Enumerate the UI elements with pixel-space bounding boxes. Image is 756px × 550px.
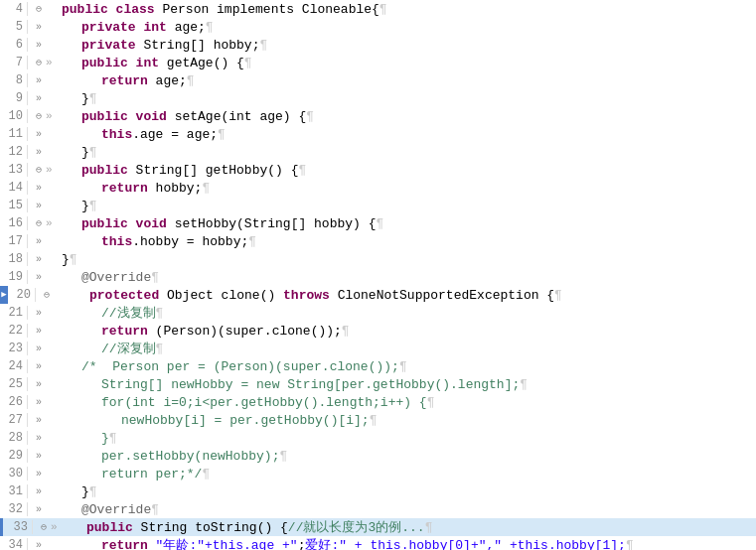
line-gutter: 26» [0,395,60,409]
token-annotation: @Override [81,502,151,517]
code-line: 32» @Override¶ [0,500,756,518]
line-number: 31 [0,484,28,498]
token-pilcrow: ¶ [156,306,164,321]
fold-indicator[interactable]: » [32,469,46,480]
fold-indicator[interactable]: » [32,326,46,337]
token-pilcrow: ¶ [342,324,350,339]
gutter-arrow: » [46,217,60,229]
token-kw: throws [283,288,338,303]
fold-indicator[interactable]: ⊖ [37,521,51,533]
token-kw: public [81,163,136,178]
fold-indicator[interactable]: ⊖ [32,110,46,122]
token-pilcrow: ¶ [218,127,226,142]
token-normal: getAge() { [167,56,244,70]
gutter-arrow [46,503,60,515]
code-content: public void setAge(int age) {¶ [60,109,756,124]
fold-indicator[interactable]: » [32,379,46,390]
line-number: 8 [0,73,28,87]
token-comment: per.setHobby(newHobby); [101,449,279,464]
code-line: 19» @Override¶ [0,268,756,286]
line-gutter: 23» [0,342,60,355]
token-kw: return [101,324,156,339]
token-kw: private [81,38,143,53]
gutter-arrow [46,21,60,33]
token-kw: private int [81,20,175,35]
token-pilcrow: ¶ [259,38,267,53]
token-kw: public void [81,109,175,124]
fold-indicator[interactable]: » [32,504,46,515]
fold-indicator[interactable]: » [32,75,46,86]
code-line: ▶20⊖ protected Object clone() throws Clo… [0,286,756,304]
fold-indicator[interactable]: » [32,540,46,551]
code-line: 13⊖»public String[] getHobby() {¶ [0,161,756,179]
gutter-arrow: » [46,164,60,176]
fold-indicator[interactable]: » [32,361,46,372]
fold-indicator[interactable]: » [32,147,46,158]
token-normal: CloneNotSupportedException { [338,288,554,303]
code-content: @Override¶ [60,502,756,517]
gutter-arrow [46,468,60,480]
token-pilcrow: ¶ [89,91,97,106]
code-editor[interactable]: 4⊖ public class Person implements Clonea… [0,0,756,550]
fold-indicator[interactable]: » [32,40,46,51]
code-content: return per;*/¶ [60,467,756,481]
token-pilcrow: ¶ [427,395,435,410]
line-gutter: 4⊖ [0,2,60,16]
fold-indicator[interactable]: ⊖ [32,3,46,15]
gutter-arrow [46,432,60,444]
line-number: 14 [0,181,28,195]
token-normal: } [81,145,89,160]
fold-indicator[interactable]: » [32,308,46,319]
token-pilcrow: ¶ [202,181,210,196]
code-line: 10⊖»public void setAge(int age) {¶ [0,107,756,125]
line-gutter: 16⊖» [0,216,60,230]
code-line: 6» private String[] hobby;¶ [0,36,756,54]
line-number: 15 [0,199,28,212]
fold-indicator[interactable]: » [32,22,46,33]
gutter-arrow [46,450,60,462]
token-pilcrow: ¶ [279,449,287,464]
fold-indicator[interactable]: » [32,236,46,247]
code-content: @Override¶ [60,270,756,285]
fold-indicator[interactable]: » [32,397,46,408]
fold-indicator[interactable]: » [32,433,46,444]
fold-indicator[interactable]: » [32,129,46,140]
fold-indicator[interactable]: » [32,451,46,462]
fold-indicator[interactable]: ⊖ [32,164,46,176]
fold-indicator[interactable]: ⊖ [32,217,46,229]
fold-indicator[interactable]: » [32,254,46,265]
line-gutter: 14» [0,181,60,195]
fold-indicator[interactable]: » [32,183,46,194]
fold-indicator[interactable]: ⊖ [40,289,54,301]
line-number: 4 [0,2,28,16]
fold-indicator[interactable]: » [32,201,46,211]
fold-indicator[interactable]: » [32,344,46,354]
code-content: private String[] hobby;¶ [60,38,756,53]
code-content: }¶ [60,199,756,213]
code-content: public void setHobby(String[] hobby) {¶ [60,216,756,231]
fold-indicator[interactable]: » [32,272,46,283]
line-gutter: 5» [0,20,60,34]
token-normal [97,359,113,374]
token-comment: //深复制 [101,342,156,356]
gutter-arrow [46,360,60,372]
code-line: 24» /* Person per = (Person)(super.clone… [0,357,756,375]
token-pilcrow: ¶ [187,73,195,88]
token-pilcrow: ¶ [425,520,433,535]
line-number: 28 [0,431,28,445]
fold-indicator[interactable]: ⊖ [32,57,46,69]
gutter-arrow [46,182,60,194]
code-content: //浅复制¶ [60,304,756,322]
fold-indicator[interactable]: » [32,486,46,497]
line-number: 7 [0,56,28,69]
code-line: 34» return "年龄:"+this.age +";爱好:" + this… [0,536,756,550]
line-gutter: ▶20⊖ [0,286,68,304]
code-line: 4⊖ public class Person implements Clonea… [0,0,756,18]
line-number: 30 [0,467,28,481]
token-normal: setAge(int age) { [175,109,307,124]
line-number: 5 [0,20,28,34]
fold-indicator[interactable]: » [32,415,46,426]
code-content: String[] newHobby = new String[per.getHo… [60,377,756,392]
fold-indicator[interactable]: » [32,93,46,104]
line-number: 21 [0,306,28,320]
